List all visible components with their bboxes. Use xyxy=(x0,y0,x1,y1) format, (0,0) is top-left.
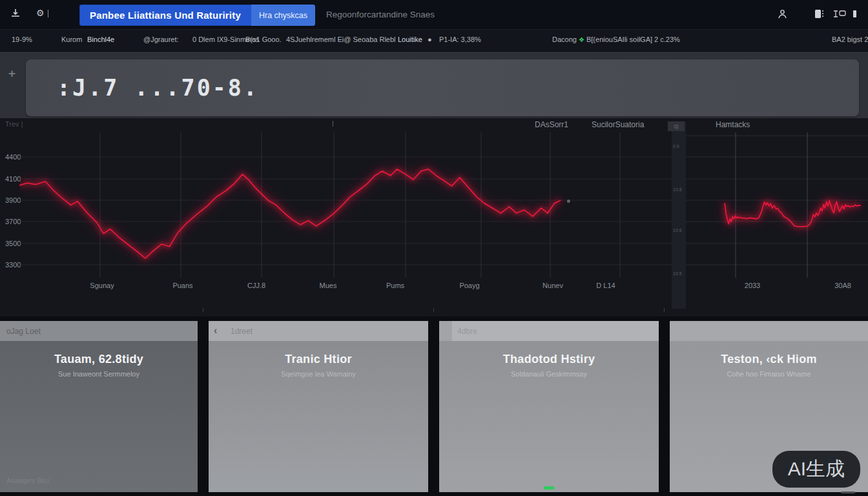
main-price-chart[interactable] xyxy=(19,132,672,278)
strip-tab[interactable]: Q| xyxy=(668,121,685,131)
battery-icon xyxy=(852,10,857,18)
card-body: Tranic Htior Sqeimgoe lea Wamainy xyxy=(209,341,428,492)
section-tick xyxy=(203,308,203,312)
tab-heatmap[interactable]: Hamtacks xyxy=(716,120,750,129)
menu-stat-3: BA2 bigst 23% xyxy=(832,36,868,43)
card-subtitle: Soldanauli Geskimmsay xyxy=(439,370,659,378)
x-tick: CJJ.8 xyxy=(247,282,265,289)
ticker-band: + :J.7 ...70-8. xyxy=(0,52,868,118)
menu-stat-1: P1-IA: 3,38% xyxy=(439,36,481,43)
gear-icon[interactable]: ⚙ xyxy=(36,8,48,18)
card-header[interactable] xyxy=(670,321,868,341)
menu-item-3[interactable]: @Jgrauret: xyxy=(143,36,179,43)
card-subtitle: Cohe hoo Fimaiso Wname xyxy=(670,370,868,378)
x-tick: Mues xyxy=(320,282,337,289)
card-header[interactable]: oJag Loet xyxy=(0,321,198,341)
strip-tick: 0.9 xyxy=(673,144,679,149)
topbar-subtitle: Regoonforcartandine Snaes xyxy=(326,10,435,19)
card-title: Teston, ‹ck Hiom xyxy=(670,341,868,366)
section-tick xyxy=(664,308,665,312)
primary-nav-button[interactable]: Panbee Liiattians Und Raturirity Hra chy… xyxy=(79,5,315,26)
watermark-dash xyxy=(841,491,855,493)
menu-item-6[interactable]: 4SJuehlrememl Ei@ Seoaba Rlebl xyxy=(286,36,396,43)
card-header-label: 1dreet xyxy=(231,327,253,336)
card-subtitle: Sqeimgoe lea Wamainy xyxy=(209,370,428,378)
sparkle-icon: ❖ xyxy=(579,36,584,43)
menu-stat-2-prefix: Dacong xyxy=(552,36,577,43)
menu-item-5[interactable]: B(s1 Gooo. xyxy=(245,36,282,43)
tray-icon[interactable] xyxy=(10,8,21,18)
menu-stat-2: Dacong ❖B[(eniouSAIli soilGA] 2 c.23% xyxy=(552,36,680,43)
plus-icon[interactable]: + xyxy=(8,68,19,79)
card-subtitle: Sue Inaweont Sermmeloy xyxy=(0,370,198,378)
card-title: Thadotod Hstiry xyxy=(439,341,659,366)
card-title: Tranic Htior xyxy=(209,341,428,366)
primary-nav-secondary[interactable]: Hra chyskcas xyxy=(251,5,315,26)
section-tick xyxy=(433,308,434,312)
axis-scroll-strip[interactable]: Q| 0.9 10.8 10.6 10.5 xyxy=(672,121,686,309)
card-header[interactable]: 4dbre xyxy=(439,321,659,341)
chart-section: Trev | DAsSorr1 SucilorSuatoria Hamtacks… xyxy=(0,118,868,316)
ticker-panel[interactable]: :J.7 ...70-8. xyxy=(26,59,859,116)
x-tick: Pums xyxy=(386,282,404,289)
card-title: Tauam, 62.8tidy xyxy=(0,341,198,366)
person-icon[interactable] xyxy=(778,9,787,19)
mini-price-chart[interactable] xyxy=(686,132,868,278)
menu-item-1[interactable]: Kurom xyxy=(61,36,82,43)
chat-icon[interactable] xyxy=(833,10,846,18)
card-tranic-htior[interactable]: ‹ 1dreet Tranic Htior Sqeimgoe lea Wamai… xyxy=(209,321,428,492)
green-indicator xyxy=(544,486,554,490)
status-dot-icon: ● xyxy=(428,36,432,43)
card-body: Tauam, 62.8tidy Sue Inaweont Sermmeloy A… xyxy=(0,341,198,492)
card-body: Thadotod Hstiry Soldanauli Geskimmsay xyxy=(439,341,659,492)
card-footnote: Anawgenr Bics xyxy=(6,477,50,484)
x-tick: Nunev xyxy=(542,282,563,289)
x-tick: Puans xyxy=(172,282,192,289)
top-bar: ⚙ Panbee Liiattians Und Raturirity Hra c… xyxy=(0,0,868,29)
menu-bar: 19-9% Kurom Binchl4e @Jgrauret: 0 Dlem I… xyxy=(0,29,868,52)
x-tick: 2033 xyxy=(745,282,760,289)
strip-tick: 10.8 xyxy=(673,187,682,192)
card-thadotod-hstiry[interactable]: 4dbre Thadotod Hstiry Soldanauli Geskimm… xyxy=(439,321,659,492)
ai-watermark: AI生成 xyxy=(772,451,860,488)
menu-item-2[interactable]: Binchl4e xyxy=(87,36,114,43)
menu-stat-2-rest: B[(eniouSAIli soilGA] 2 c.23% xyxy=(586,36,680,43)
card-header-label: oJag Loet xyxy=(6,327,41,336)
chart-left-label: Trev | xyxy=(5,120,23,128)
x-tick: Sgunay xyxy=(90,282,114,289)
card-header[interactable]: ‹ 1dreet xyxy=(209,321,428,341)
trading-dashboard: ⚙ Panbee Liiattians Und Raturirity Hra c… xyxy=(0,0,868,496)
journal-icon[interactable] xyxy=(814,8,824,19)
header-tab xyxy=(439,321,452,341)
strip-tick: 10.6 xyxy=(673,228,682,232)
menu-item-change[interactable]: 19-9% xyxy=(12,36,32,43)
card-day-loet[interactable]: oJag Loet Tauam, 62.8tidy Sue Inaweont S… xyxy=(0,321,198,492)
x-tick: Poayg xyxy=(459,282,479,289)
header-tick xyxy=(333,121,333,127)
strip-tick: 10.5 xyxy=(673,271,682,276)
x-tick: D L14 xyxy=(596,282,615,289)
menu-item-7[interactable]: Louitike xyxy=(398,36,422,43)
card-header-label: 4dbre xyxy=(457,327,477,336)
cards-row: oJag Loet Tauam, 62.8tidy Sue Inaweont S… xyxy=(0,316,868,496)
primary-nav-label: Panbee Liiattians Und Raturirity xyxy=(79,5,251,26)
ticker-value: :J.7 ...70-8. xyxy=(57,75,259,101)
tab-quotes[interactable]: SucilorSuatoria xyxy=(592,120,644,129)
chevron-left-icon[interactable]: ‹ xyxy=(214,325,217,336)
x-tick: 30A8 xyxy=(834,282,851,289)
tab-dashboard[interactable]: DAsSorr1 xyxy=(535,120,568,129)
